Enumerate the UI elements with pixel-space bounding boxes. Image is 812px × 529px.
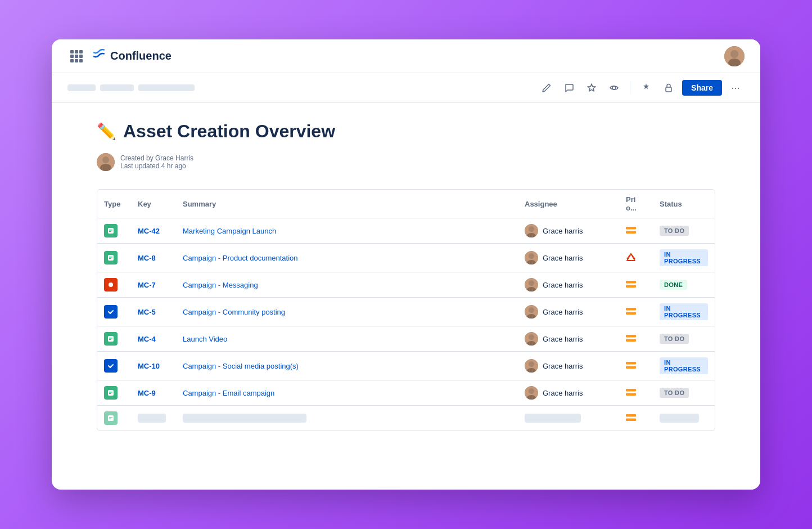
issue-key-link[interactable]: MC-9: [138, 389, 156, 397]
issue-summary-link[interactable]: Campaign - Messaging: [183, 281, 258, 289]
col-header-status: Status: [653, 190, 715, 218]
priority-high-icon: [626, 253, 646, 263]
cell-assignee: Grace harris: [518, 380, 619, 406]
confluence-name: Confluence: [110, 50, 172, 62]
breadcrumb-1[interactable]: [67, 84, 96, 91]
status-badge: TO DO: [660, 226, 689, 236]
cell-status-partial: [653, 406, 715, 431]
svg-point-12: [529, 226, 534, 232]
cell-type: [97, 298, 131, 326]
cell-key[interactable]: MC-5: [131, 298, 176, 326]
lock-button[interactable]: [660, 79, 678, 97]
assignee-avatar: [525, 278, 538, 292]
assignee-cell: Grace harris: [525, 305, 612, 319]
watch-button[interactable]: [605, 79, 623, 97]
assignee-name: Grace harris: [543, 389, 583, 397]
issue-summary-link[interactable]: Campaign - Community posting: [183, 308, 285, 316]
ai-button[interactable]: [637, 79, 655, 97]
cell-key[interactable]: MC-7: [131, 272, 176, 298]
status-badge: DONE: [660, 280, 687, 290]
cell-summary[interactable]: Launch Video: [176, 326, 518, 352]
issue-summary-link[interactable]: Marketing Campaign Launch: [183, 227, 276, 235]
svg-rect-17: [109, 257, 112, 258]
table-row-partial: [97, 406, 715, 431]
comment-button[interactable]: [560, 79, 578, 97]
navbar: Confluence: [52, 39, 760, 73]
status-badge: TO DO: [660, 388, 689, 398]
issue-key-link[interactable]: MC-42: [138, 227, 160, 235]
table-row: MC-4 Launch Video Grace harris TO DO: [97, 326, 715, 352]
page-emoji: ✏️: [97, 122, 116, 141]
svg-point-22: [109, 283, 113, 287]
breadcrumb-2[interactable]: [100, 84, 134, 91]
author-updated: Last updated 4 hr ago: [120, 162, 193, 170]
app-window: Confluence: [52, 39, 760, 490]
issue-summary-link[interactable]: Launch Video: [183, 335, 227, 343]
svg-rect-14: [626, 227, 636, 230]
issue-key-link[interactable]: MC-5: [138, 308, 156, 316]
svg-rect-26: [626, 281, 636, 284]
cell-key[interactable]: MC-4: [131, 326, 176, 352]
star-button[interactable]: [583, 79, 601, 97]
cell-key[interactable]: MC-42: [131, 218, 176, 244]
svg-rect-4: [666, 87, 671, 92]
confluence-logo-icon: [92, 48, 106, 65]
assignee-cell: Grace harris: [525, 278, 612, 292]
cell-summary[interactable]: Campaign - Product documentation: [176, 244, 518, 272]
svg-rect-52: [626, 389, 636, 392]
cell-type: [97, 218, 131, 244]
user-avatar[interactable]: [724, 46, 745, 66]
assignee-avatar: [525, 332, 538, 346]
grid-menu-button[interactable]: [67, 47, 85, 65]
cell-key[interactable]: MC-8: [131, 244, 176, 272]
issue-key-link[interactable]: MC-7: [138, 281, 156, 289]
more-button[interactable]: ···: [727, 79, 745, 97]
assignee-avatar: [525, 359, 538, 373]
cell-type: [97, 244, 131, 272]
cell-type: [97, 326, 131, 352]
cell-type: [97, 272, 131, 298]
assignee-name: Grace harris: [543, 335, 583, 343]
svg-rect-18: [109, 258, 111, 259]
cell-status: IN PROGRESS: [653, 244, 715, 272]
issue-key-link[interactable]: MC-8: [138, 254, 156, 262]
table-row: MC-8 Campaign - Product documentation Gr…: [97, 244, 715, 272]
status-badge: IN PROGRESS: [660, 303, 708, 320]
issue-key-link[interactable]: MC-10: [138, 362, 160, 370]
assignee-name: Grace harris: [543, 362, 583, 370]
author-meta: Created by Grace Harris Last updated 4 h…: [120, 154, 193, 170]
toolbar-divider: [630, 81, 630, 95]
svg-rect-16: [108, 255, 114, 261]
cell-status: IN PROGRESS: [653, 352, 715, 380]
svg-rect-8: [108, 228, 114, 234]
issue-key-link[interactable]: MC-4: [138, 335, 156, 343]
issue-summary-link[interactable]: Campaign - Email campaign: [183, 389, 274, 397]
cell-summary[interactable]: Campaign - Messaging: [176, 272, 518, 298]
cell-summary[interactable]: Campaign - Social media posting(s): [176, 352, 518, 380]
svg-rect-47: [109, 392, 112, 393]
svg-rect-55: [109, 417, 112, 418]
cell-summary[interactable]: Campaign - Email campaign: [176, 380, 518, 406]
cell-summary[interactable]: Campaign - Community posting: [176, 298, 518, 326]
col-header-priority: Pri o...: [619, 190, 653, 218]
breadcrumb-3[interactable]: [138, 84, 195, 91]
col-header-key: Key: [131, 190, 176, 218]
cell-assignee-partial: [518, 406, 619, 431]
assignee-name: Grace harris: [543, 281, 583, 289]
cell-key[interactable]: MC-9: [131, 380, 176, 406]
type-icon-task: [104, 359, 118, 373]
svg-point-1: [730, 50, 738, 58]
cell-key[interactable]: MC-10: [131, 352, 176, 380]
cell-type-partial: [97, 406, 131, 431]
author-created: Created by Grace Harris: [120, 154, 193, 162]
issue-summary-link[interactable]: Campaign - Social media posting(s): [183, 362, 299, 370]
assignee-cell: Grace harris: [525, 332, 612, 346]
svg-rect-58: [626, 418, 636, 421]
edit-button[interactable]: [538, 79, 556, 97]
cell-summary[interactable]: Marketing Campaign Launch: [176, 218, 518, 244]
priority-medium-icon: [626, 362, 646, 370]
priority-medium-icon: [626, 308, 646, 316]
cell-type: [97, 352, 131, 380]
share-button[interactable]: Share: [682, 80, 722, 96]
issue-summary-link[interactable]: Campaign - Product documentation: [183, 254, 298, 262]
